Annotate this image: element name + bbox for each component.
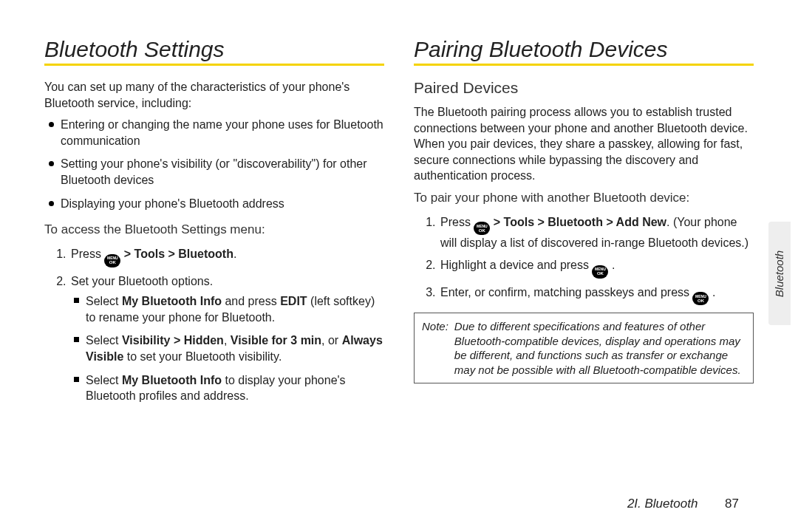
feature-bullet-list: Entering or changing the name your phone… (44, 117, 384, 211)
menu-ok-key-icon: MENUOK (592, 265, 608, 279)
intro-paragraph: You can set up many of the characteristi… (44, 79, 384, 111)
heading-rule (44, 64, 384, 66)
list-item: Entering or changing the name your phone… (44, 117, 384, 149)
list-item: Select My Bluetooth Info and press EDIT … (71, 293, 384, 325)
pair-subheading: To pair your phone with another Bluetoot… (414, 190, 754, 207)
heading-pairing: Pairing Bluetooth Devices (414, 37, 754, 62)
step-text: Press (71, 248, 104, 260)
side-tab-label: Bluetooth (774, 250, 786, 296)
note-box: Note: Due to different specifications an… (414, 313, 754, 383)
list-item: Select Visibility > Hidden, Visible for … (71, 332, 384, 364)
menu-ok-key-icon: MENUOK (104, 254, 120, 267)
pairing-paragraph: The Bluetooth pairing process allows you… (414, 104, 754, 184)
note-label: Note: (422, 319, 449, 377)
pair-steps: Press MENUOK > Tools > Bluetooth > Add N… (414, 214, 754, 305)
footer-section: 2I. Bluetooth (627, 497, 698, 511)
sub-bullet-list: Select My Bluetooth Info and press EDIT … (71, 293, 384, 404)
access-steps: Press MENUOK > Tools > Bluetooth. Set yo… (44, 246, 384, 404)
nav-path: > Tools > Bluetooth (124, 248, 233, 260)
list-item: Setting your phone's visibility (or "dis… (44, 156, 384, 188)
manual-page: Bluetooth Settings You can set up many o… (0, 0, 798, 532)
page-number: 87 (725, 497, 739, 511)
page-footer: 2I. Bluetooth 87 (627, 497, 739, 511)
left-column: Bluetooth Settings You can set up many o… (44, 37, 384, 510)
list-item: Displaying your phone's Bluetooth addres… (44, 196, 384, 212)
side-tab: Bluetooth (768, 222, 791, 325)
section-paired-devices: Paired Devices (414, 79, 754, 97)
list-item: Select My Bluetooth Info to display your… (71, 372, 384, 404)
menu-ok-key-icon: MENUOK (474, 222, 490, 235)
list-item: Press MENUOK > Tools > Bluetooth > Add N… (439, 214, 754, 251)
list-item: Highlight a device and press MENUOK . (439, 257, 754, 279)
menu-ok-key-icon: MENUOK (692, 292, 709, 305)
access-subheading: To access the Bluetooth Settings menu: (44, 222, 384, 239)
heading-rule (414, 64, 754, 66)
list-item: Enter, or confirm, matching passkeys and… (439, 284, 754, 306)
step-text: . (233, 248, 236, 260)
list-item: Press MENUOK > Tools > Bluetooth. (69, 246, 384, 267)
step-text: Set your Bluetooth options. (71, 275, 213, 287)
note-text: Due to different specifications and feat… (454, 319, 746, 377)
right-column: Pairing Bluetooth Devices Paired Devices… (414, 37, 754, 510)
list-item: Set your Bluetooth options. Select My Bl… (69, 273, 384, 404)
heading-bluetooth-settings: Bluetooth Settings (44, 37, 384, 62)
